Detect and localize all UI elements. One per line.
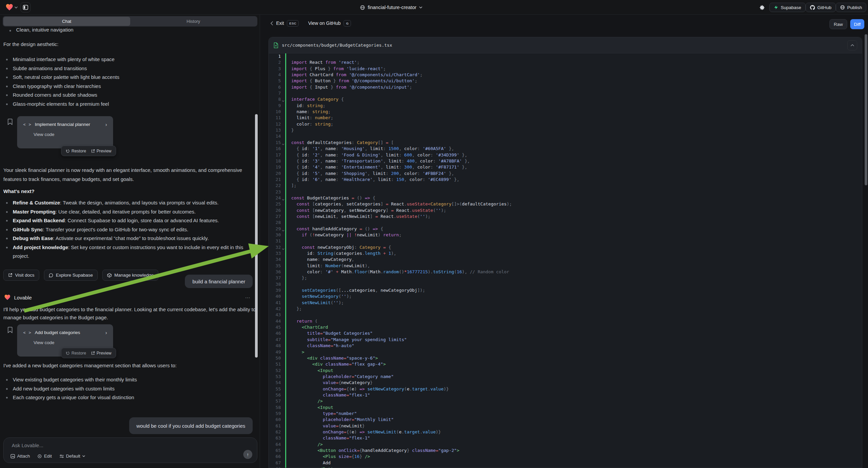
code-line: 36 color: '#' + Math.floor(Math.random()… — [269, 269, 862, 275]
tab-chat[interactable]: Chat — [3, 17, 130, 26]
code-line: 29 const handleAddCategory = () => { — [269, 226, 862, 232]
code-line-text: const [categories, setCategories] = Reac… — [285, 201, 512, 207]
code-line: 30 if (!newCategory || !newLimit) return… — [269, 232, 862, 238]
lovable-logo-icon[interactable] — [5, 3, 13, 11]
exit-button[interactable]: Exit ESC — [271, 20, 299, 27]
attach-button[interactable]: Attach — [10, 454, 30, 459]
code-line: 64 /> — [269, 441, 862, 447]
code-line: 3import { Plus } from 'lucide-react'; — [269, 66, 862, 72]
settings-gear-button[interactable] — [757, 3, 767, 12]
whats-next-heading: What's next? — [3, 188, 35, 194]
line-number: 17 — [269, 152, 285, 158]
added-bullet-list: View existing budget categories with the… — [0, 375, 255, 402]
code-line-text: </Button> — [285, 466, 341, 468]
code-line-text: import { Plus } from 'lucide-react'; — [285, 66, 386, 72]
bookmark-icon[interactable] — [7, 327, 13, 333]
chat-scrollbar[interactable] — [255, 114, 258, 357]
line-number: 65 — [269, 447, 285, 454]
code-line-text: import { Input } from '@/components/ui/i… — [285, 84, 412, 90]
code-line: 60 placeholder="Monthly limit" — [269, 417, 862, 423]
line-number: 13 — [269, 127, 285, 133]
line-number: 34 — [269, 257, 285, 263]
code-line-text: }; — [285, 275, 307, 281]
code-line-text: { id: '4', name: 'Entertainment', limit:… — [285, 164, 467, 170]
composer[interactable]: Ask Lovable... Attach Edit Default ↑ — [3, 437, 257, 463]
supabase-bolt-icon — [774, 5, 778, 10]
code-line: 20 { id: '5', name: 'Shopping', limit: 2… — [269, 171, 862, 177]
chevron-up-icon — [850, 44, 854, 47]
line-number: 1 — [269, 53, 285, 59]
code-line-text: value={newLimit} — [285, 423, 365, 429]
supabase-button[interactable]: Supabase — [769, 3, 806, 12]
edit-button[interactable]: Edit — [37, 454, 52, 459]
code-scrollbar[interactable] — [865, 34, 867, 185]
code-line: 38 — [269, 281, 862, 287]
code-line-text: { id: '5', name: 'Shopping', limit: 200,… — [285, 171, 454, 177]
lovable-heart-icon — [4, 294, 11, 301]
view-on-github-button[interactable]: View on GitHub G — [308, 20, 351, 27]
code-line-text: import ChartCard from '@/components/ui/C… — [285, 72, 423, 78]
action-card-title: Add budget categories — [35, 330, 80, 335]
tip-item: Master Prompting: Use clear, detailed, a… — [0, 207, 254, 216]
explore-supabase-button[interactable]: Explore Supabase — [44, 270, 98, 281]
code-line-text: interface Category { — [285, 96, 344, 103]
code-line: 65 <Button onClick={handleAddCategory} c… — [269, 447, 862, 454]
code-line: 56 className="flex-1" — [269, 392, 862, 398]
line-number: 55 — [269, 386, 285, 392]
code-line-text: className="flex-1" — [285, 392, 370, 398]
bullet-item: Subtle animations and transitions — [0, 64, 255, 73]
code-line: 31 — [269, 238, 862, 244]
raw-toggle-button[interactable]: Raw — [829, 19, 847, 29]
sidebar-toggle-button[interactable] — [21, 2, 31, 12]
publish-globe-icon — [840, 5, 845, 10]
code-line: 23 — [269, 189, 862, 195]
bookmark-icon[interactable] — [7, 118, 13, 125]
project-title-menu[interactable]: financial-future-creator — [360, 0, 423, 15]
preview-button[interactable]: Preview — [91, 149, 112, 153]
tips-list: Refine & Customize: Tweak the design, an… — [0, 198, 254, 261]
view-code-link[interactable]: View code — [34, 340, 107, 345]
tab-history[interactable]: History — [130, 17, 257, 26]
globe-icon — [360, 5, 365, 10]
manage-knowledge-button[interactable]: Manage knowledge — [102, 270, 158, 281]
action-card-implement[interactable]: < > Implement financial planner › View c… — [17, 116, 113, 148]
code-line-text: const [newLimit, setNewLimit] = React.us… — [285, 213, 431, 220]
publish-button[interactable]: Publish — [836, 3, 866, 12]
view-code-link[interactable]: View code — [34, 132, 107, 137]
tip-item: Refine & Customize: Tweak the design, an… — [0, 198, 254, 207]
line-number: 16 — [269, 146, 285, 152]
send-button[interactable]: ↑ — [243, 450, 252, 459]
visit-docs-button[interactable]: Visit docs — [3, 270, 39, 281]
code-line: 50 <div className="space-y-6"> — [269, 355, 862, 361]
code-line: 58 <Input — [269, 405, 862, 411]
restore-button[interactable]: Restore — [66, 149, 86, 153]
message-menu-button[interactable]: … — [245, 293, 251, 299]
composer-input[interactable]: Ask Lovable... — [12, 442, 43, 448]
github-icon — [810, 5, 815, 10]
preview-button[interactable]: Preview — [91, 351, 112, 355]
line-number: 56 — [269, 392, 285, 398]
code-line-text: <Button onClick={handleAddCategory} clas… — [285, 447, 459, 454]
diff-toggle-button[interactable]: Diff — [850, 19, 864, 29]
line-number: 53 — [269, 374, 285, 380]
code-line-text: const [newCategory, setNewCategory] = Re… — [285, 207, 446, 213]
mode-select[interactable]: Default — [59, 454, 86, 459]
sliders-icon — [59, 454, 64, 458]
file-header[interactable]: src/components/budget/BudgetCategories.t… — [269, 37, 862, 53]
github-button[interactable]: GitHub — [806, 3, 836, 12]
code-line-text: color: '#' + Math.floor(Math.random()*16… — [285, 269, 509, 275]
code-line: 39 setCategories([...categories, newCate… — [269, 287, 862, 293]
logo-chevron-down-icon[interactable] — [14, 6, 18, 9]
code-line-text: if (!newCategory || !newLimit) return; — [285, 232, 402, 238]
line-number: 41 — [269, 300, 285, 306]
restore-button[interactable]: Restore — [66, 351, 86, 355]
code-line-text: /> — [285, 398, 323, 404]
line-number: 8 — [269, 96, 285, 103]
code-line-text: color: string; — [285, 121, 333, 127]
code-line-text: <div className="space-y-6"> — [285, 355, 378, 361]
code-line-text: value={newCategory} — [285, 380, 373, 386]
code-line-text: placeholder="Monthly limit" — [285, 417, 394, 423]
line-number: 39 — [269, 287, 285, 293]
collapse-file-button[interactable] — [847, 40, 857, 50]
code-line: 22]; — [269, 183, 862, 189]
